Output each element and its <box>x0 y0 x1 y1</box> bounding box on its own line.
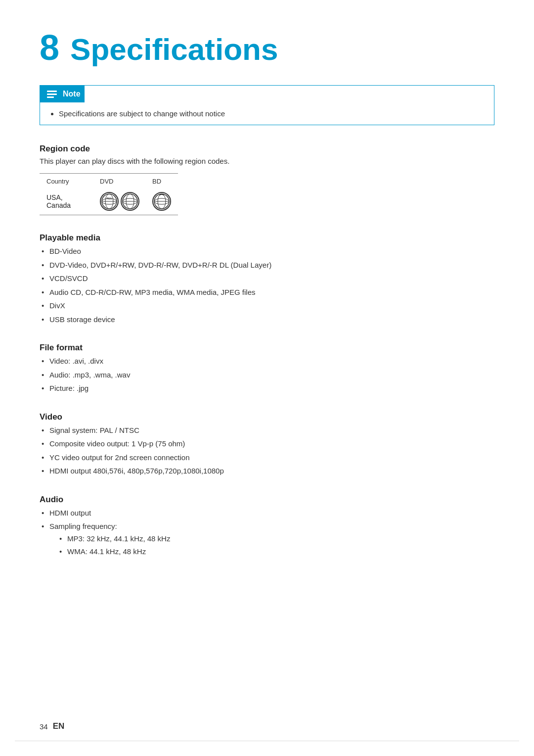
table-row: USA, Canada ALL <box>41 189 177 214</box>
file-format-title: File format <box>40 343 494 353</box>
list-item: Audio: .mp3, .wma, .wav <box>40 370 494 381</box>
note-content: Specifications are subject to change wit… <box>40 102 494 125</box>
list-item: Audio CD, CD-R/CD-RW, MP3 media, WMA med… <box>40 287 494 298</box>
playable-media-list: BD-Video DVD-Video, DVD+R/+RW, DVD-R/-RW… <box>40 246 494 325</box>
list-item: Video: .avi, .divx <box>40 356 494 367</box>
list-item: HDMI output 480i,576i, 480p,576p,720p,10… <box>40 466 494 477</box>
list-item: Picture: .jpg <box>40 383 494 394</box>
list-item: DivX <box>40 300 494 312</box>
chapter-number: 8 <box>40 30 59 65</box>
chapter-title: Specifications <box>70 34 278 65</box>
table-cell-bd-icons <box>146 189 177 214</box>
dvd-all-badge: ALL <box>100 192 119 211</box>
table-cell-country: USA, Canada <box>41 189 93 214</box>
audio-list: HDMI output Sampling frequency: MP3: 32 … <box>40 508 494 558</box>
audio-sub-list: MP3: 32 kHz, 44.1 kHz, 48 kHz WMA: 44.1 … <box>49 533 494 558</box>
note-icon <box>47 91 57 98</box>
video-section: Video Signal system: PAL / NTSC Composit… <box>40 412 494 477</box>
video-list: Signal system: PAL / NTSC Composite vide… <box>40 425 494 477</box>
bd-icons <box>152 192 171 211</box>
table-header-dvd: DVD <box>94 175 145 188</box>
note-list: Specifications are subject to change wit… <box>50 109 484 118</box>
list-sub-item: MP3: 32 kHz, 44.1 kHz, 48 kHz <box>49 533 494 545</box>
table-header-bd: BD <box>146 175 177 188</box>
region-table: Country DVD BD USA, Canada <box>40 173 178 215</box>
note-header: Note <box>40 86 85 102</box>
audio-section: Audio HDMI output Sampling frequency: MP… <box>40 495 494 558</box>
dvd-icons: ALL <box>100 192 139 211</box>
list-item: YC video output for 2nd screen connectio… <box>40 452 494 464</box>
file-format-list: Video: .avi, .divx Audio: .mp3, .wma, .w… <box>40 356 494 394</box>
list-item: VCD/SVCD <box>40 273 494 284</box>
list-item: BD-Video <box>40 246 494 257</box>
footer-language: EN <box>53 721 65 731</box>
playable-media-title: Playable media <box>40 233 494 243</box>
note-label: Note <box>63 90 81 98</box>
chapter-header: 8 Specifications <box>40 30 494 65</box>
list-sub-item: WMA: 44.1 kHz, 48 kHz <box>49 546 494 558</box>
file-format-section: File format Video: .avi, .divx Audio: .m… <box>40 343 494 394</box>
note-box: Note Specifications are subject to chang… <box>40 85 494 125</box>
list-item: HDMI output <box>40 508 494 519</box>
list-item: Sampling frequency: MP3: 32 kHz, 44.1 kH… <box>40 521 494 558</box>
note-item: Specifications are subject to change wit… <box>59 109 484 118</box>
video-title: Video <box>40 412 494 422</box>
footer: 34 EN <box>40 721 64 731</box>
region-code-desc: This player can play discs with the foll… <box>40 157 494 165</box>
list-item: USB storage device <box>40 314 494 326</box>
svg-text:ALL: ALL <box>106 197 112 200</box>
footer-page-number: 34 <box>40 722 48 731</box>
page-bottom-border <box>15 741 519 742</box>
table-cell-dvd-icons: ALL <box>94 189 145 214</box>
bd-globe-badge <box>152 192 171 211</box>
playable-media-section: Playable media BD-Video DVD-Video, DVD+R… <box>40 233 494 325</box>
list-item: Composite video output: 1 Vp-p (75 ohm) <box>40 438 494 450</box>
list-item: DVD-Video, DVD+R/+RW, DVD-R/-RW, DVD+R/-… <box>40 260 494 271</box>
region-code-section: Region code This player can play discs w… <box>40 144 494 215</box>
region-code-title: Region code <box>40 144 494 154</box>
table-header-country: Country <box>41 175 93 188</box>
audio-title: Audio <box>40 495 494 505</box>
list-item: Signal system: PAL / NTSC <box>40 425 494 436</box>
dvd-globe-badge <box>121 192 139 211</box>
